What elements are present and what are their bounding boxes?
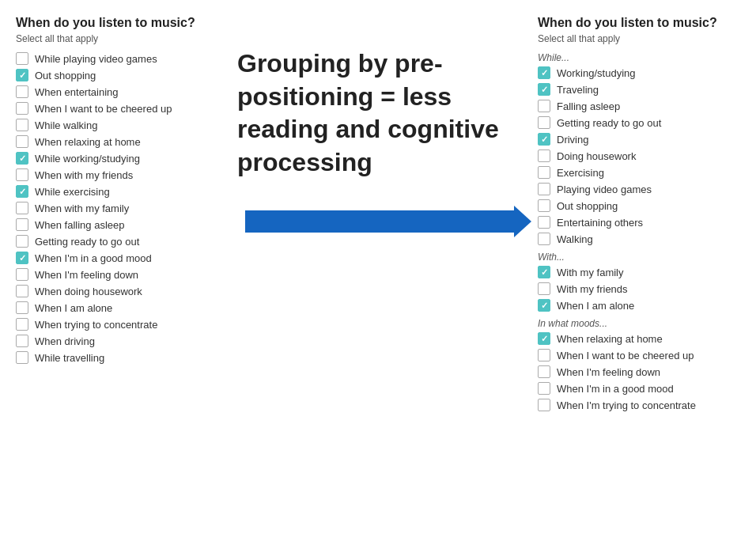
checkbox-box[interactable] xyxy=(538,183,550,195)
checkbox-box[interactable] xyxy=(538,149,550,162)
checkbox-box[interactable] xyxy=(16,119,28,131)
checkbox-box[interactable] xyxy=(16,235,28,248)
left-subtitle: Select all that apply xyxy=(16,33,221,44)
list-item[interactable]: While exercising xyxy=(16,185,221,198)
list-item[interactable]: When I'm feeling down xyxy=(538,365,756,378)
checkbox-label: When relaxing at home xyxy=(35,136,141,148)
checkbox-label: When relaxing at home xyxy=(557,333,663,345)
checkbox-label: When driving xyxy=(35,335,95,347)
list-item[interactable]: With my friends xyxy=(538,282,756,295)
list-item[interactable]: With my family xyxy=(538,266,756,278)
right-section-moods: In what moods... xyxy=(538,318,756,329)
list-item[interactable]: While playing video games xyxy=(16,52,221,65)
list-item[interactable]: Working/studying xyxy=(538,66,756,79)
list-item[interactable]: When I'm feeling down xyxy=(16,268,221,281)
list-item[interactable]: While walking xyxy=(16,119,221,131)
checkbox-box[interactable] xyxy=(538,100,550,112)
checkbox-box[interactable] xyxy=(16,168,28,181)
checkbox-box[interactable] xyxy=(538,332,550,345)
checkbox-box[interactable] xyxy=(16,52,28,65)
checkbox-box[interactable] xyxy=(538,382,550,395)
checkbox-box[interactable] xyxy=(16,268,28,281)
checkbox-box[interactable] xyxy=(16,102,28,115)
checkbox-box[interactable] xyxy=(538,216,550,229)
list-item[interactable]: When trying to concentrate xyxy=(16,318,221,331)
list-item[interactable]: Getting ready to go out xyxy=(538,116,756,129)
list-item[interactable]: Falling asleep xyxy=(538,100,756,112)
checkbox-label: Driving xyxy=(557,134,588,146)
checkbox-label: Falling asleep xyxy=(557,100,620,112)
checkbox-label: While playing video games xyxy=(35,53,157,65)
checkbox-box[interactable] xyxy=(16,351,28,364)
middle-text: Grouping by pre-positioning = less readi… xyxy=(229,32,530,187)
checkbox-box[interactable] xyxy=(16,85,28,98)
checkbox-box[interactable] xyxy=(538,282,550,295)
list-item[interactable]: Playing video games xyxy=(538,183,756,195)
checkbox-box[interactable] xyxy=(16,202,28,214)
list-item[interactable]: Driving xyxy=(538,133,756,146)
right-arrow xyxy=(245,210,514,233)
checkbox-box[interactable] xyxy=(538,233,550,245)
checkbox-box[interactable] xyxy=(538,66,550,79)
list-item[interactable]: When doing housework xyxy=(16,285,221,297)
checkbox-box[interactable] xyxy=(16,218,28,231)
checkbox-label: When I want to be cheered up xyxy=(557,350,694,361)
list-item[interactable]: When I am alone xyxy=(16,301,221,314)
checkbox-label: When I'm feeling down xyxy=(557,366,660,378)
list-item[interactable]: When relaxing at home xyxy=(538,332,756,345)
checkbox-box[interactable] xyxy=(538,133,550,146)
list-item[interactable]: Out shopping xyxy=(16,69,221,81)
list-item[interactable]: When I'm trying to concentrate xyxy=(538,399,756,411)
checkbox-box[interactable] xyxy=(538,199,550,212)
checkbox-box[interactable] xyxy=(16,335,28,347)
list-item[interactable]: When I am alone xyxy=(538,299,756,312)
list-item[interactable]: When I'm in a good mood xyxy=(16,252,221,264)
checkbox-label: Playing video games xyxy=(557,184,652,195)
list-item[interactable]: When with my family xyxy=(16,202,221,214)
checkbox-box[interactable] xyxy=(16,301,28,314)
checkbox-label: When I am alone xyxy=(35,302,112,314)
list-item[interactable]: Traveling xyxy=(538,83,756,96)
checkbox-box[interactable] xyxy=(538,266,550,278)
checkbox-label: When I am alone xyxy=(557,300,634,312)
list-item[interactable]: Out shopping xyxy=(538,199,756,212)
checkbox-box[interactable] xyxy=(538,116,550,129)
checkbox-box[interactable] xyxy=(538,399,550,411)
checkbox-label: When falling asleep xyxy=(35,219,124,231)
list-item[interactable]: When falling asleep xyxy=(16,218,221,231)
checkbox-label: While exercising xyxy=(35,186,110,198)
checkbox-box[interactable] xyxy=(538,299,550,312)
checkbox-label: When I want to be cheered up xyxy=(35,103,172,115)
checkbox-box[interactable] xyxy=(538,166,550,179)
checkbox-box[interactable] xyxy=(16,318,28,331)
list-item[interactable]: Walking xyxy=(538,233,756,245)
checkbox-label: Out shopping xyxy=(557,200,618,212)
checkbox-box[interactable] xyxy=(538,365,550,378)
list-item[interactable]: Entertaining others xyxy=(538,216,756,229)
list-item[interactable]: Getting ready to go out xyxy=(16,235,221,248)
list-item[interactable]: When I want to be cheered up xyxy=(16,102,221,115)
left-checklist: While playing video gamesOut shoppingWhe… xyxy=(16,52,221,364)
right-with-checklist: With my familyWith my friendsWhen I am a… xyxy=(538,266,756,312)
checkbox-box[interactable] xyxy=(16,135,28,148)
checkbox-box[interactable] xyxy=(16,185,28,198)
checkbox-box[interactable] xyxy=(538,83,550,96)
list-item[interactable]: While travelling xyxy=(16,351,221,364)
checkbox-box[interactable] xyxy=(16,285,28,297)
list-item[interactable]: While working/studying xyxy=(16,152,221,165)
list-item[interactable]: When driving xyxy=(16,335,221,347)
checkbox-box[interactable] xyxy=(16,69,28,81)
checkbox-box[interactable] xyxy=(538,349,550,361)
list-item[interactable]: Doing housework xyxy=(538,149,756,162)
list-item[interactable]: When relaxing at home xyxy=(16,135,221,148)
list-item[interactable]: When I'm in a good mood xyxy=(538,382,756,395)
checkbox-label: When with my family xyxy=(35,202,129,214)
checkbox-box[interactable] xyxy=(16,152,28,165)
list-item[interactable]: Exercising xyxy=(538,166,756,179)
checkbox-box[interactable] xyxy=(16,252,28,264)
checkbox-label: When entertaining xyxy=(35,86,119,98)
list-item[interactable]: When entertaining xyxy=(16,85,221,98)
list-item[interactable]: When I want to be cheered up xyxy=(538,349,756,361)
list-item[interactable]: When with my friends xyxy=(16,168,221,181)
checkbox-label: When I'm feeling down xyxy=(35,269,138,281)
